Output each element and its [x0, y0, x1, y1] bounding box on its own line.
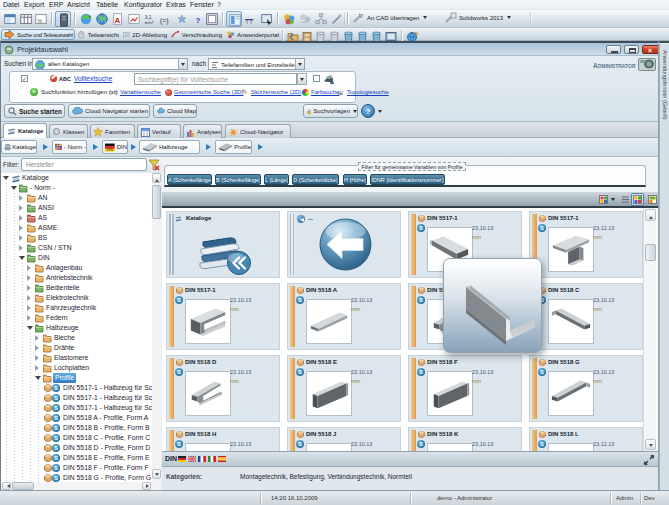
svg-text:m/s²: m/s² [145, 20, 154, 25]
svg-text:┯┯: ┯┯ [244, 16, 254, 24]
svg-text:DIN: DIN [107, 147, 114, 151]
svg-text:2D: 2D [124, 33, 129, 37]
svg-text:A: A [115, 16, 121, 25]
svg-text:(=): (=) [160, 17, 169, 25]
svg-text:3,1: 3,1 [145, 15, 152, 20]
svg-text:?: ? [195, 16, 200, 25]
svg-text:%: % [38, 18, 43, 24]
